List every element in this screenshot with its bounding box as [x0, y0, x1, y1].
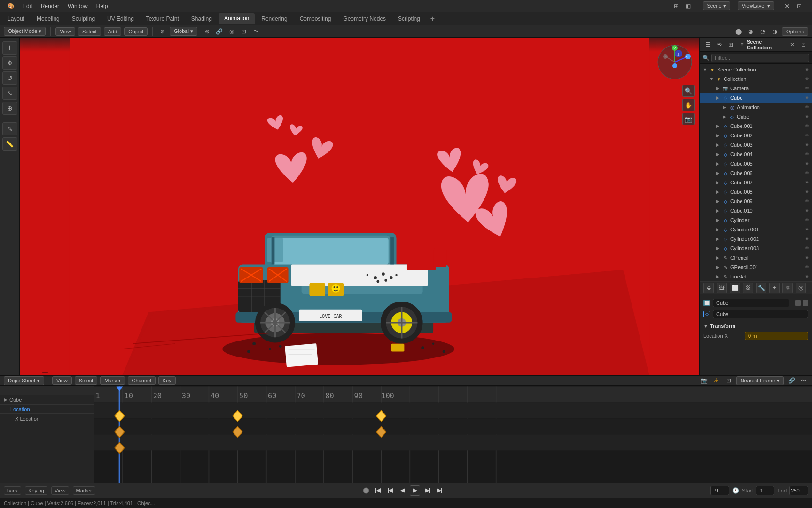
- jump-end-button[interactable]: [434, 485, 445, 496]
- vis-render-icon[interactable]: 👁: [804, 151, 810, 158]
- cursor-tool[interactable]: ✛: [2, 41, 17, 55]
- hand-tool-icon[interactable]: ✋: [682, 99, 695, 111]
- outliner-expand-icon[interactable]: ⊡: [799, 40, 808, 49]
- close-editor-icon[interactable]: ✕: [782, 1, 792, 11]
- vis-render-icon[interactable]: 👁: [804, 179, 810, 186]
- vis-render-icon[interactable]: 👁: [804, 123, 810, 129]
- properties-object-icon[interactable]: ⬜: [730, 283, 740, 293]
- vis-render-icon[interactable]: 👁: [804, 198, 810, 205]
- vis-render-icon[interactable]: 👁: [804, 226, 810, 233]
- back-button[interactable]: back: [4, 486, 21, 495]
- vis-render-icon[interactable]: 👁: [804, 245, 810, 252]
- vis-render-icon[interactable]: 👁: [804, 264, 810, 270]
- transform-selector[interactable]: Global ▾: [170, 27, 197, 36]
- object-menu[interactable]: Object: [124, 27, 148, 36]
- current-frame-input[interactable]: [710, 486, 729, 495]
- outliner-type-icon[interactable]: ☰: [703, 40, 713, 49]
- properties-modifier-icon[interactable]: 🔧: [756, 283, 766, 293]
- ds-channel-location[interactable]: Location: [0, 405, 94, 414]
- hide-icon[interactable]: [795, 300, 801, 306]
- outliner-item[interactable]: ▶ ◇ Cube.006 👁: [700, 168, 812, 178]
- vis-render-icon[interactable]: 👁: [804, 170, 810, 176]
- tab-animation[interactable]: Animation: [219, 13, 255, 24]
- rotate-tool[interactable]: ↺: [2, 71, 17, 85]
- start-frame-input[interactable]: [756, 486, 774, 495]
- vis-render-icon[interactable]: 👁: [804, 113, 810, 120]
- outliner-item[interactable]: ▶ ◇ Cube 👁: [700, 112, 812, 121]
- ds-select-menu[interactable]: Select: [75, 376, 98, 385]
- outliner-item[interactable]: ▶ ◇ Cube.010 👁: [700, 206, 812, 215]
- outliner-hide-icon[interactable]: 👁: [715, 40, 724, 49]
- object-name-field[interactable]: Cube: [713, 299, 789, 307]
- viewport-shading-solid[interactable]: ⬤: [733, 26, 743, 37]
- tab-compositing[interactable]: Compositing: [294, 14, 337, 24]
- menu-window[interactable]: Window: [64, 2, 92, 10]
- view-button[interactable]: View: [51, 486, 69, 495]
- vis-render-icon[interactable]: 👁: [804, 76, 810, 82]
- end-frame-input[interactable]: [789, 486, 808, 495]
- tab-scripting[interactable]: Scripting: [392, 14, 426, 24]
- keying-button[interactable]: Keying: [25, 486, 47, 495]
- viewport-shading-material[interactable]: ◕: [745, 26, 756, 37]
- dope-sheet-type-selector[interactable]: Dope Sheet ▾: [4, 376, 44, 385]
- outliner-item[interactable]: ▶ 📷 Camera 👁: [700, 84, 812, 93]
- ds-channel-menu[interactable]: Channel: [128, 376, 156, 385]
- outliner-item[interactable]: ▶ ◇ Cube.008 👁: [700, 187, 812, 197]
- outliner-item[interactable]: ▶ ◇ Cube.005 👁: [700, 159, 812, 168]
- vis-render-icon[interactable]: 👁: [804, 217, 810, 223]
- prev-frame-button[interactable]: [398, 485, 408, 496]
- viewport-icon[interactable]: ⊞: [671, 1, 681, 11]
- menu-edit[interactable]: Edit: [19, 2, 36, 10]
- ds-channel-loc-x[interactable]: X Location: [0, 414, 94, 423]
- outliner-settings-icon[interactable]: ≡: [737, 40, 747, 49]
- ds-channel-cube[interactable]: ▶ Cube: [0, 395, 94, 405]
- outliner-item[interactable]: ▶ ◇ Cube.004 👁: [700, 150, 812, 159]
- vis-render-icon[interactable]: 👁: [804, 85, 810, 92]
- ds-snap-icon[interactable]: 🔗: [787, 376, 796, 385]
- vis-render-icon[interactable]: 👁: [804, 132, 810, 139]
- properties-constraint-icon[interactable]: ⛓: [743, 283, 753, 293]
- vis-render-icon[interactable]: 👁: [804, 189, 810, 195]
- outliner-item[interactable]: ▶ ◇ Cube.007 👁: [700, 178, 812, 187]
- outliner-item[interactable]: ▶ ◇ Cube.009 👁: [700, 197, 812, 206]
- ds-key-menu[interactable]: Key: [158, 376, 176, 385]
- search-viewport-icon[interactable]: 🔍: [682, 85, 695, 97]
- transform-toggle[interactable]: ▼ Transform: [703, 323, 808, 329]
- pivot-icon[interactable]: ⊛: [202, 26, 212, 37]
- outliner-item[interactable]: ▶ ✎ GPencil 👁: [700, 253, 812, 262]
- ds-camera-icon[interactable]: 📷: [700, 376, 709, 385]
- vis-render-icon[interactable]: 👁: [804, 142, 810, 148]
- vis-render-icon[interactable]: 👁: [804, 236, 810, 242]
- viewport-gizmo[interactable]: X Y Z Z: [656, 43, 694, 81]
- outliner-item[interactable]: ▶ ◇ Cube.001 👁: [700, 121, 812, 131]
- snap-icon[interactable]: 🔗: [214, 26, 225, 37]
- vis-render-icon[interactable]: 👁: [804, 160, 810, 167]
- viewport-shading-render[interactable]: ◔: [757, 26, 768, 37]
- tab-layout[interactable]: Layout: [2, 14, 30, 24]
- outliner-item[interactable]: ▶ ◇ Cylinder 👁: [700, 215, 812, 225]
- outliner-item[interactable]: ▶ ✎ GPencil.001 👁: [700, 262, 812, 272]
- play-button[interactable]: [410, 485, 420, 496]
- location-x-field[interactable]: 0 m: [745, 332, 808, 340]
- outliner-item[interactable]: ▶ ◎ Animation 👁: [700, 103, 812, 112]
- outliner-item[interactable]: ▶ ◇ Cube 👁: [700, 93, 812, 103]
- vis-render-icon[interactable]: 👁: [804, 207, 810, 214]
- data-name-field[interactable]: Cube: [713, 310, 808, 318]
- add-workspace-tab[interactable]: +: [427, 14, 438, 24]
- marker-button[interactable]: Marker: [73, 486, 95, 495]
- vis-render-icon[interactable]: 👁: [804, 95, 810, 101]
- jump-start-button[interactable]: [373, 485, 383, 496]
- measure-tool[interactable]: 📏: [2, 137, 17, 151]
- outliner-filter-icon[interactable]: ⊞: [726, 40, 735, 49]
- properties-physics-icon[interactable]: ⚛: [782, 283, 793, 293]
- layer-icon[interactable]: ◧: [683, 1, 694, 11]
- add-menu[interactable]: Add: [104, 27, 122, 36]
- properties-particle-icon[interactable]: ✦: [769, 283, 780, 293]
- properties-material-icon[interactable]: ◎: [796, 283, 806, 293]
- move-tool[interactable]: ✥: [2, 56, 17, 70]
- ds-curve-icon[interactable]: 〜: [799, 376, 808, 385]
- proportional-edit-icon[interactable]: ◎: [226, 26, 237, 37]
- menu-render[interactable]: Render: [37, 2, 63, 10]
- outliner-item[interactable]: ▶ ◇ Cylinder.001 👁: [700, 225, 812, 234]
- view-menu[interactable]: View: [55, 27, 75, 36]
